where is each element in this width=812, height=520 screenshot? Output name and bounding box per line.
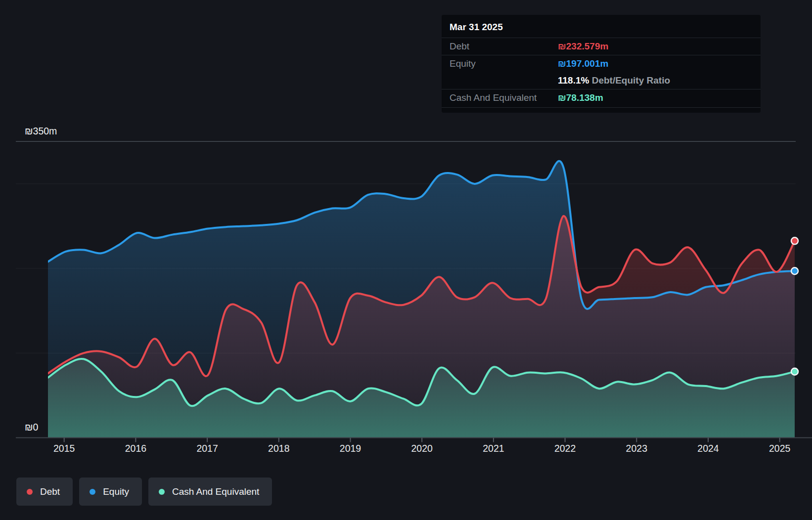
cash-end-marker — [791, 368, 798, 375]
x-tick-label-2018: 2018 — [268, 443, 289, 454]
debt-end-marker — [791, 237, 798, 244]
legend: Debt Equity Cash And Equivalent — [16, 477, 272, 506]
legend-cash-label: Cash And Equivalent — [172, 486, 259, 497]
tooltip-ratio: 118.1% Debt/Equity Ratio — [558, 75, 753, 86]
tooltip-cash-label: Cash And Equivalent — [450, 92, 558, 103]
x-tick-label-2023: 2023 — [626, 443, 647, 454]
tooltip-equity-label: Equity — [450, 58, 558, 69]
tooltip-debt-value: ₪232.579m — [558, 41, 753, 52]
tooltip-cash-value: ₪78.138m — [558, 92, 753, 103]
equity-dot-icon — [90, 489, 95, 495]
cash-dot-icon — [159, 489, 165, 495]
x-tick-label-2019: 2019 — [340, 443, 361, 454]
tooltip-row-equity: Equity ₪197.001m — [442, 55, 761, 72]
page: 2015201620172018201920202021202220232024… — [0, 0, 812, 520]
tooltip-row-ratio: 118.1% Debt/Equity Ratio — [442, 72, 761, 89]
x-tick-label-2021: 2021 — [483, 443, 504, 454]
legend-item-debt[interactable]: Debt — [16, 477, 73, 506]
tooltip: Mar 31 2025 Debt ₪232.579m Equity ₪197.0… — [442, 15, 761, 113]
tooltip-ratio-label: Debt/Equity Ratio — [592, 75, 670, 86]
legend-debt-label: Debt — [40, 486, 60, 497]
tooltip-ratio-value: 118.1% — [558, 75, 589, 86]
legend-item-equity[interactable]: Equity — [79, 477, 142, 506]
x-tick-label-2017: 2017 — [196, 443, 218, 454]
x-tick-label-2020: 2020 — [411, 443, 433, 454]
legend-equity-label: Equity — [103, 486, 129, 497]
legend-item-cash[interactable]: Cash And Equivalent — [148, 477, 272, 506]
debt-dot-icon — [27, 489, 33, 495]
tooltip-row-cash: Cash And Equivalent ₪78.138m — [442, 89, 761, 108]
x-tick-label-2022: 2022 — [554, 443, 576, 454]
x-tick-label-2015: 2015 — [53, 443, 75, 454]
x-tick-label-2024: 2024 — [697, 443, 719, 454]
tooltip-row-debt: Debt ₪232.579m — [442, 38, 761, 55]
x-tick-label-2016: 2016 — [125, 443, 146, 454]
y-axis-label-0: ₪0 — [25, 422, 39, 433]
equity-end-marker — [791, 267, 798, 274]
y-axis-label-350: ₪350m — [25, 126, 57, 136]
x-tick-label-2025: 2025 — [769, 443, 791, 454]
tooltip-equity-value: ₪197.001m — [558, 58, 753, 69]
tooltip-debt-label: Debt — [450, 41, 558, 52]
tooltip-date: Mar 31 2025 — [442, 15, 761, 38]
